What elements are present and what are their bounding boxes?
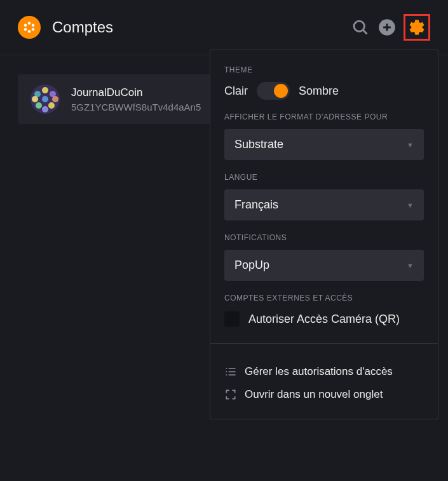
camera-access-label: Autoriser Accès Caméra (QR) — [248, 313, 400, 326]
svg-point-3 — [32, 24, 34, 27]
page-title: Comptes — [52, 18, 113, 36]
settings-panel: THEME Clair Sombre AFFICHER LE FORMAT D'… — [210, 50, 438, 419]
search-icon[interactable] — [350, 17, 370, 37]
language-value: Français — [234, 198, 278, 212]
toggle-knob — [274, 84, 288, 98]
svg-point-1 — [28, 30, 31, 32]
svg-point-0 — [28, 22, 31, 24]
notifications-label: NOTIFICATIONS — [224, 233, 424, 242]
chevron-down-icon: ▼ — [407, 262, 414, 269]
camera-access-checkbox[interactable] — [224, 311, 240, 327]
address-format-select[interactable]: Substrate ▼ — [224, 129, 424, 160]
language-select[interactable]: Français ▼ — [224, 189, 424, 220]
theme-section-label: THEME — [224, 65, 424, 74]
gear-icon[interactable] — [407, 17, 427, 37]
open-new-tab-action[interactable]: Ouvrir dans un nouvel onglet — [224, 383, 424, 406]
header-right — [350, 14, 430, 41]
open-new-tab-label: Ouvrir dans un nouvel onglet — [245, 388, 383, 401]
add-icon[interactable] — [377, 17, 397, 37]
account-avatar — [31, 85, 60, 114]
account-text: JournalDuCoin 5GZ1YCBWWfS8uTv4d4aAn5 — [71, 86, 201, 112]
svg-point-6 — [354, 21, 364, 31]
camera-access-row: Autoriser Accès Caméra (QR) — [224, 311, 424, 327]
header: Comptes — [0, 0, 448, 55]
header-left: Comptes — [18, 16, 113, 39]
theme-row: Clair Sombre — [224, 82, 424, 100]
external-access-label: COMPTES EXTERNES ET ACCÈS — [224, 294, 424, 302]
account-address: 5GZ1YCBWWfS8uTv4d4aAn5 — [71, 102, 201, 112]
polkadot-logo-icon — [18, 16, 41, 39]
manage-access-label: Gérer les autorisations d'accès — [245, 365, 393, 378]
address-format-value: Substrate — [234, 138, 283, 151]
svg-line-7 — [363, 30, 367, 34]
settings-button-highlight — [404, 14, 430, 41]
svg-point-4 — [24, 28, 27, 30]
theme-dark-label: Sombre — [299, 85, 339, 98]
chevron-down-icon: ▼ — [407, 201, 414, 209]
theme-toggle[interactable] — [257, 82, 290, 100]
theme-light-label: Clair — [224, 85, 248, 98]
account-name: JournalDuCoin — [71, 86, 201, 99]
svg-point-2 — [24, 24, 27, 27]
divider — [210, 343, 438, 344]
svg-point-5 — [32, 28, 34, 30]
notifications-value: PopUp — [234, 259, 269, 272]
manage-access-action[interactable]: Gérer les autorisations d'accès — [224, 360, 424, 383]
fullscreen-icon — [224, 388, 237, 401]
notifications-select[interactable]: PopUp ▼ — [224, 250, 424, 281]
chevron-down-icon: ▼ — [407, 141, 414, 149]
list-check-icon — [224, 365, 237, 378]
language-label: LANGUE — [224, 173, 424, 182]
app-container: Comptes — [0, 0, 448, 481]
address-format-label: AFFICHER LE FORMAT D'ADRESSE POUR — [224, 112, 424, 121]
